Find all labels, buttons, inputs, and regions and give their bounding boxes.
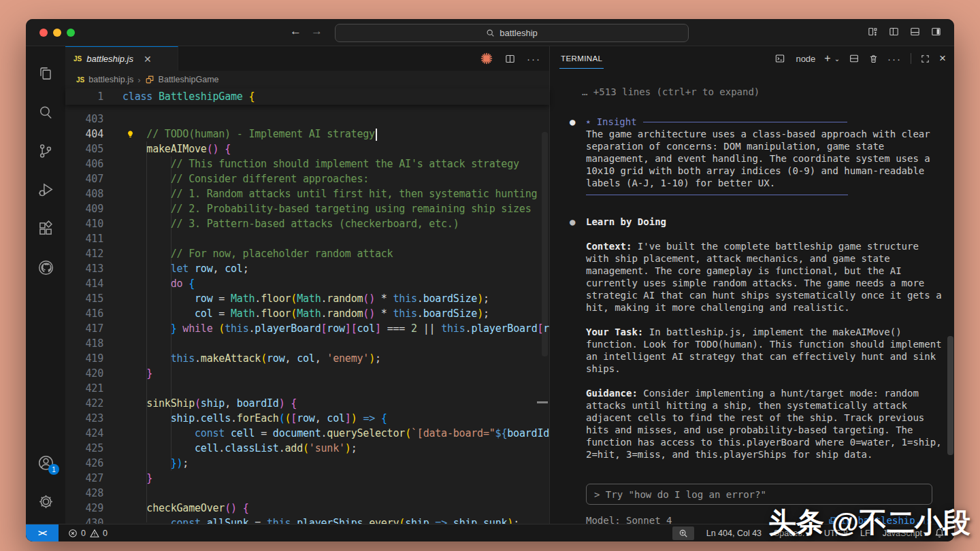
code-line-404[interactable]: 404 // TODO(human) - Implement AI strate… [65, 127, 549, 141]
code-line-411[interactable]: 411 [65, 231, 549, 246]
code-line-430[interactable]: 430 const allSunk = this.playerShips.eve… [65, 516, 549, 524]
code-line-420[interactable]: 420 } [65, 366, 549, 381]
code-editor[interactable]: 403404 // TODO(human) - Implement AI str… [65, 105, 549, 524]
code-line-417[interactable]: 417 } while (this.playerBoard[row][col] … [65, 321, 549, 336]
code-text: checkGameOver() { [122, 501, 249, 516]
github-icon [37, 258, 55, 277]
close-window-button[interactable] [39, 29, 48, 37]
toggle-secondary-sidebar-icon[interactable] [930, 26, 942, 37]
editor-scrollbar[interactable] [542, 132, 548, 356]
code-line-425[interactable]: 425 cell.classList.add('sunk'); [65, 441, 549, 456]
activity-bar: 1 [26, 46, 65, 524]
problems-errors[interactable]: 0 [68, 529, 86, 538]
tab-battleship-js[interactable]: JS battleship.js ✕ [65, 46, 178, 71]
code-line-419[interactable]: 419 this.makeAttack(row, col, 'enemy'); [65, 351, 549, 366]
code-line-403[interactable]: 403 [65, 112, 549, 127]
navigate-forward-button[interactable]: → [311, 24, 323, 38]
command-center-search[interactable]: battleship [335, 24, 689, 42]
settings-button[interactable] [29, 485, 62, 518]
terminal-output[interactable]: … +513 lines (ctrl+r to expand) ● ★ Insi… [550, 71, 954, 524]
collapsed-lines-notice[interactable]: … +513 lines (ctrl+r to expand) [582, 86, 943, 98]
code-line-421[interactable]: 421 [65, 381, 549, 396]
sidebar-item-github[interactable] [29, 251, 62, 284]
code-line-414[interactable]: 414 do { [65, 276, 549, 291]
problems-warnings[interactable]: 0 [90, 529, 108, 538]
minimize-window-button[interactable] [53, 29, 61, 37]
toggle-panel-icon[interactable] [909, 26, 921, 37]
code-line-428[interactable]: 428 [65, 486, 549, 501]
line-number: 416 [65, 306, 103, 321]
line-number: 422 [65, 396, 103, 411]
sidebar-item-explorer[interactable] [29, 57, 62, 90]
code-line-410[interactable]: 410 // 3. Pattern-based attacks (checker… [65, 216, 549, 231]
breadcrumb-symbol[interactable]: BattleshipGame [159, 75, 219, 84]
code-line-415[interactable]: 415 row = Math.floor(Math.random() * thi… [65, 291, 549, 306]
close-panel-icon[interactable]: × [939, 52, 946, 65]
breadcrumb[interactable]: JS battleship.js › BattleshipGame [65, 71, 549, 88]
new-terminal-button[interactable]: + [824, 52, 830, 65]
learn-by-doing-block: ● Learn by Doing Context: I've built the… [570, 216, 943, 524]
line-number: 417 [65, 321, 103, 336]
insight-rule-top [643, 122, 847, 122]
code-line-412[interactable]: 412 // For now, placeholder random attac… [65, 246, 549, 261]
sidebar-item-search[interactable] [29, 96, 62, 129]
breadcrumb-file[interactable]: battleship.js [88, 75, 133, 84]
learn-by-doing-title: Learn by Doing [586, 216, 943, 228]
code-line-406[interactable]: 406 // This function should implement th… [65, 156, 549, 171]
terminal-more-actions-icon[interactable]: ··· [887, 53, 902, 65]
line-number: 405 [65, 141, 103, 156]
tab-terminal[interactable]: TERMINAL [559, 48, 604, 69]
line-number: 424 [65, 426, 103, 441]
kill-terminal-trash-icon[interactable] [868, 54, 879, 64]
line-number: 421 [65, 381, 103, 396]
code-line-426[interactable]: 426 }); [65, 456, 549, 471]
terminal-dropdown-chevron-icon[interactable]: ⌄ [834, 55, 840, 63]
toggle-primary-sidebar-icon[interactable] [888, 26, 900, 37]
run-debug-icon [37, 181, 54, 199]
line-number: 408 [65, 186, 103, 201]
tab-close-icon[interactable]: ✕ [144, 54, 152, 65]
line-number: 411 [65, 231, 103, 246]
code-line-409[interactable]: 409 // 2. Probability-based targeting us… [65, 201, 549, 216]
code-line-405[interactable]: 405 makeAIMove() { [65, 141, 549, 156]
maximize-panel-icon[interactable] [920, 54, 930, 64]
accounts-button[interactable]: 1 [29, 446, 62, 479]
customize-layout-icon[interactable] [867, 26, 879, 37]
code-line-413[interactable]: 413 let row, col; [65, 261, 549, 276]
sidebar-item-source-control[interactable] [29, 135, 62, 167]
cursor-position[interactable]: Ln 404, Col 43 [706, 529, 762, 538]
sticky-line-code: class BattleshipGame { [122, 88, 255, 105]
sidebar-item-extensions[interactable] [29, 212, 62, 245]
js-file-icon: JS [74, 55, 82, 63]
code-line-422[interactable]: 422 sinkShip(ship, boardId) { [65, 396, 549, 411]
code-text: // For now, placeholder random attack [122, 246, 393, 261]
prompt-input[interactable]: > Try "how do I log an error?" [586, 484, 932, 505]
editor-group: JS battleship.js ✕ ··· JS battleship.js … [65, 46, 550, 524]
sidebar-item-run-debug[interactable] [29, 173, 62, 206]
line-number: 423 [65, 411, 103, 426]
lightbulb-icon[interactable] [125, 129, 135, 139]
more-actions-icon[interactable]: ··· [527, 53, 541, 65]
code-line-424[interactable]: 424 const cell = document.querySelector(… [65, 426, 549, 441]
code-line-407[interactable]: 407 // Consider different approaches: [65, 171, 549, 186]
split-terminal-icon[interactable] [849, 53, 860, 64]
accounts-badge: 1 [48, 464, 59, 475]
sticky-scroll-line[interactable]: 1 class BattleshipGame { [65, 88, 549, 105]
code-line-429[interactable]: 429 checkGameOver() { [65, 501, 549, 516]
code-text: // 3. Pattern-based attacks (checkerboar… [122, 216, 459, 231]
remote-indicator[interactable]: >< [26, 524, 59, 541]
split-editor-icon[interactable] [504, 53, 516, 65]
zoom-indicator[interactable] [672, 527, 694, 540]
code-line-408[interactable]: 408 // 1. Random attacks until first hit… [65, 186, 549, 201]
claude-starburst-icon[interactable] [480, 52, 493, 65]
terminal-shell-icon [774, 53, 785, 64]
code-line-416[interactable]: 416 col = Math.floor(Math.random() * thi… [65, 306, 549, 321]
terminal-scrollbar[interactable] [947, 336, 953, 455]
code-line-427[interactable]: 427 } [65, 471, 549, 486]
code-text: // 1. Random attacks until first hit, th… [122, 186, 537, 201]
navigate-back-button[interactable]: ← [290, 24, 301, 38]
explorer-icon [37, 65, 54, 82]
code-line-418[interactable]: 418 [65, 336, 549, 351]
zoom-window-button[interactable] [67, 29, 75, 37]
code-line-423[interactable]: 423 ship.cells.forEach(([row, col]) => { [65, 411, 549, 426]
